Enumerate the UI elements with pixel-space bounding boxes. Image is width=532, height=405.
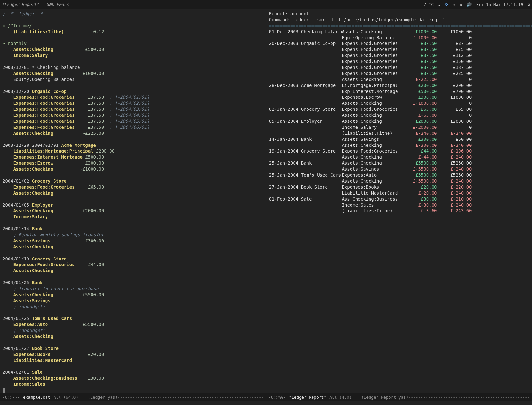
register-row: Expens:Food:Groceries£37.50£225.00 [269, 71, 530, 77]
ledger-line: Expenses:Interest:Mortgage £500.00 [3, 154, 263, 160]
ledger-line: (Liabilities:Tithe) 0.12 [3, 29, 263, 35]
ledger-line [3, 220, 263, 226]
ledger-line: Assets:Checking £5500.00 [3, 292, 263, 298]
ledger-line: Assets:Checking £2000.00 [3, 208, 263, 214]
ledger-line: Assets:Checking [3, 190, 263, 196]
ledger-line: Liabilities:MasterCard [3, 358, 263, 364]
ledger-line: Expenses:Food:Groceries £37.50 ; [=2004/… [3, 106, 263, 112]
ledger-line: Expenses:Food:Groceries £37.50 ; [=2004/… [3, 100, 263, 106]
register-row: 14-Jan-2004 BankAssets:Savings£300.00£60… [269, 136, 530, 142]
modeline-right: -U:@%%- *Ledger Report* All (4,0) (Ledge… [266, 393, 532, 401]
report-header: Report: account [269, 11, 530, 17]
ledger-line: 2004/02/01 Sale [3, 369, 263, 375]
ledger-line: 2003/12/01 * Checking balance [3, 65, 263, 71]
register-row: 28-Dec-2003 Acme MortgageLi:Mortgage:Pri… [269, 83, 530, 89]
cloud-icon: ☁ [438, 2, 440, 7]
ledger-line: Assets:Checking [3, 244, 263, 250]
register-row: Exp:Interest:Mortgage£500.00£700.00 [269, 89, 530, 95]
modeline-fill: ----------------------------------------… [117, 395, 263, 400]
modeline-position: All (4,0) [329, 395, 352, 400]
right-buffer-ledger-report[interactable]: Report: accountCommand: ledger --sort d … [266, 9, 532, 393]
mail-icon[interactable]: ✉ [453, 2, 455, 7]
volume-icon[interactable]: 🔊 [466, 2, 472, 7]
register-row: Equi:Opening Balances£-1000.000 [269, 35, 530, 41]
modeline: -U:@--- example.dat All (64,0) (Ledger y… [0, 393, 532, 401]
modeline-status: -U:@--- [3, 395, 20, 400]
ledger-line: ; :nobudget: [3, 327, 263, 333]
ledger-line [3, 59, 263, 65]
rule: ========================================… [269, 23, 530, 29]
register-row: Assets:Checking£-65.000 [269, 112, 530, 118]
ledger-line: Expenses:Food:Groceries £65.00 [3, 184, 263, 190]
register-row: Expens:Food:Groceries£37.50£75.00 [269, 47, 530, 53]
ledger-line: Liabilities:Mortgage:Principal £200.00 [3, 148, 263, 154]
ledger-line: 2004/01/05 Employer [3, 202, 263, 208]
ledger-line: ; Transfer to cover car purchase [3, 286, 263, 292]
ledger-line: 2004/01/14 Bank [3, 226, 263, 232]
ledger-line: Expenses:Food:Groceries £37.50 ; [=2004/… [3, 118, 263, 124]
modeline-position: All (64,0) [54, 395, 78, 400]
ledger-line: Assets:Savings £300.00 [3, 238, 263, 244]
ledger-line [3, 274, 263, 280]
ledger-line [3, 364, 263, 370]
ledger-line: Assets:Checking [3, 333, 263, 340]
register-row: Assets:Checking£-1000.000 [269, 100, 530, 106]
ledger-line [3, 310, 263, 316]
register-row: 27-Jan-2004 Book StoreExpenses:Books£20.… [269, 184, 530, 190]
ledger-line: Income:Salary [3, 214, 263, 220]
register-row: 20-Dec-2003 Organic Co-opExpens:Food:Gro… [269, 40, 530, 47]
register-row: Expens:Food:Groceries£37.50£150.00 [269, 59, 530, 65]
ledger-line: 2004/01/02 Grocery Store [3, 178, 263, 184]
ledger-line: ; :nobudget: [3, 304, 263, 310]
register-row: Assets:Checking£-5500.00£-240.00 [269, 178, 530, 184]
emacs-frame: ; -*- ledger -*- = /^Income/ (Liabilitie… [0, 9, 532, 393]
ledger-line: Assets:Savings [3, 298, 263, 304]
refresh-icon[interactable]: ⟳ [445, 2, 448, 7]
ledger-line: 2004/01/25 Tom's Used Cars [3, 315, 263, 321]
ledger-line: 2003/12/20 Organic Co-op [3, 89, 263, 95]
ledger-line [3, 17, 263, 23]
register-row: 01-Dec-2003 Checking balanceAssets:Check… [269, 29, 530, 35]
minibuffer[interactable] [0, 401, 532, 405]
register-row: 05-Jan-2004 EmployerAssets:Checking£2000… [269, 118, 530, 124]
ledger-line [3, 340, 263, 346]
ledger-line: 2004/01/25 Bank [3, 280, 263, 286]
ledger-line: Expenses:Food:Groceries £37.50 ; [=2004/… [3, 112, 263, 118]
ledger-line [3, 35, 263, 41]
cursor [3, 387, 263, 393]
ledger-line: Expenses:Escrow £300.00 [3, 160, 263, 166]
network-icon[interactable]: ⇅ [460, 2, 462, 7]
register-row: 01-Feb-2004 SaleAss:Checking:Business£30… [269, 196, 530, 202]
window-title: *Ledger Report* - GNU Emacs [2, 2, 69, 7]
ledger-line: Assets:Checking £1000.00 [3, 71, 263, 77]
register-row: 25-Jan-2004 BankAssets:Checking£5500.00£… [269, 160, 530, 166]
modeline-left: -U:@--- example.dat All (64,0) (Ledger y… [0, 393, 266, 401]
ledger-line [3, 136, 263, 142]
left-buffer-example-dat[interactable]: ; -*- ledger -*- = /^Income/ (Liabilitie… [0, 9, 266, 393]
ledger-line: Assets:Checking £500.00 [3, 47, 263, 53]
register-row: 25-Jan-2004 Tom's Used CarsExpenses:Auto… [269, 172, 530, 178]
register-row: Liabilitie:MasterCard£-20.00£-240.00 [269, 190, 530, 196]
register-row: Income:Salary£-2000.000 [269, 124, 530, 130]
ledger-line: Expenses:Food:Groceries £44.00 [3, 262, 263, 268]
ledger-line: ~ Monthly [3, 40, 263, 47]
register-row: (Liabilities:Tithe)£-240.00£-240.00 [269, 130, 530, 136]
modeline-mode: (Ledger Report yas) [361, 395, 408, 400]
ledger-line: Assets:Checking -£225.00 [3, 130, 263, 136]
register-row: Assets:Checking£-44.00£-240.00 [269, 154, 530, 160]
ledger-line: Income:Salary [3, 53, 263, 59]
gear-icon[interactable]: ⚙ [528, 2, 530, 7]
register-row: Expens:Food:Groceries£37.50£112.50 [269, 53, 530, 59]
ledger-line: 2004/01/19 Grocery Store [3, 256, 263, 262]
ledger-line: Assets:Checking:Business £30.00 [3, 375, 263, 381]
modeline-status: -U:@%%- [269, 395, 286, 400]
ledger-line: ; Regular monthly savings transfer [3, 232, 263, 238]
register-row: Assets:Checking£-225.000 [269, 77, 530, 83]
register-row: Expens:Food:Groceries£37.50£187.50 [269, 65, 530, 71]
gnome-top-bar: *Ledger Report* - GNU Emacs 7 °C ☁ ⟳ ✉ ⇅… [0, 0, 532, 9]
modeline-mode: (Ledger yas) [88, 395, 117, 400]
register-row: Assets:Checking£-300.00£-240.00 [269, 142, 530, 148]
register-row: Expenses:Escrow£300.00£1000.00 [269, 94, 530, 100]
modeline-fill: ----------------------------------------… [408, 395, 529, 400]
ledger-line: = /^Income/ [3, 23, 263, 29]
